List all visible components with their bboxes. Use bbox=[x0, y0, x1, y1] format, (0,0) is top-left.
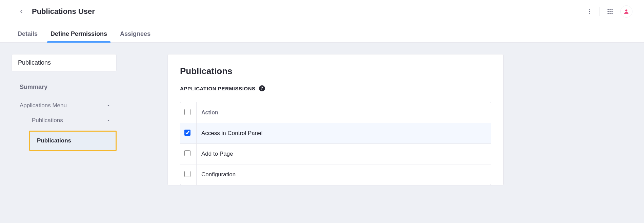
svg-rect-7 bbox=[609, 11, 610, 12]
permissions-table: Action Access in Control Panel Add to Pa… bbox=[180, 102, 491, 185]
tab-define-permissions[interactable]: Define Permissions bbox=[51, 25, 107, 42]
user-avatar[interactable] bbox=[620, 5, 632, 18]
svg-point-0 bbox=[589, 9, 590, 10]
tab-details[interactable]: Details bbox=[18, 25, 38, 42]
action-column-header: Action bbox=[197, 102, 491, 123]
svg-rect-10 bbox=[609, 13, 610, 14]
page-title: Publications User bbox=[32, 7, 95, 16]
header-divider bbox=[600, 7, 600, 16]
svg-rect-5 bbox=[611, 9, 612, 10]
caret-down-icon bbox=[106, 103, 111, 108]
permission-checkbox[interactable] bbox=[184, 171, 190, 177]
summary-heading: Summary bbox=[20, 84, 117, 91]
kebab-menu-button[interactable] bbox=[584, 6, 595, 17]
svg-point-12 bbox=[625, 9, 627, 12]
back-button[interactable] bbox=[18, 8, 25, 15]
sidebar: Summary Applications Menu Publications P… bbox=[12, 54, 117, 151]
svg-rect-6 bbox=[608, 11, 609, 12]
permissions-panel: Publications APPLICATION PERMISSIONS ? A… bbox=[167, 54, 504, 185]
tab-assignees[interactable]: Assignees bbox=[120, 25, 150, 42]
svg-rect-11 bbox=[611, 13, 612, 14]
tree-item-label: Publications bbox=[37, 137, 71, 144]
select-all-checkbox[interactable] bbox=[184, 109, 190, 115]
table-row: Access in Control Panel bbox=[180, 123, 491, 143]
header-left: Publications User bbox=[8, 7, 95, 16]
svg-rect-3 bbox=[608, 9, 609, 10]
help-icon[interactable]: ? bbox=[259, 85, 265, 91]
tree-item-label: Publications bbox=[32, 117, 63, 124]
section-header: APPLICATION PERMISSIONS ? bbox=[180, 85, 491, 95]
permission-label: Add to Page bbox=[197, 143, 491, 164]
svg-point-2 bbox=[589, 13, 590, 14]
caret-down-icon bbox=[106, 118, 111, 123]
apps-grid-button[interactable] bbox=[605, 6, 616, 17]
svg-rect-4 bbox=[609, 9, 610, 10]
permission-label: Configuration bbox=[197, 164, 491, 185]
header-bar: Publications User bbox=[0, 0, 644, 23]
tree-item-publications-leaf[interactable]: Publications bbox=[29, 131, 117, 151]
permission-checkbox[interactable] bbox=[184, 130, 190, 136]
more-vertical-icon bbox=[586, 8, 592, 15]
tree-item-publications-group[interactable]: Publications bbox=[12, 113, 117, 128]
grid-icon bbox=[607, 8, 613, 15]
content-area: Summary Applications Menu Publications P… bbox=[0, 43, 644, 223]
tree-item-applications-menu[interactable]: Applications Menu bbox=[12, 98, 117, 113]
svg-point-1 bbox=[589, 11, 590, 12]
tree-item-label: Applications Menu bbox=[20, 102, 67, 109]
tabs-bar: Details Define Permissions Assignees bbox=[0, 23, 644, 43]
table-row: Configuration bbox=[180, 164, 491, 185]
chevron-left-icon bbox=[19, 9, 24, 14]
permission-checkbox[interactable] bbox=[184, 150, 190, 156]
user-icon bbox=[623, 8, 629, 15]
table-header-row: Action bbox=[180, 102, 491, 123]
permission-label: Access in Control Panel bbox=[197, 123, 491, 143]
svg-rect-8 bbox=[611, 11, 612, 12]
panel-title: Publications bbox=[180, 66, 491, 76]
svg-rect-9 bbox=[608, 13, 609, 14]
permission-search-input[interactable] bbox=[12, 54, 117, 71]
table-row: Add to Page bbox=[180, 143, 491, 164]
header-right bbox=[584, 5, 636, 18]
section-label: APPLICATION PERMISSIONS bbox=[180, 86, 256, 91]
permission-tree: Applications Menu Publications Publicati… bbox=[12, 98, 117, 151]
